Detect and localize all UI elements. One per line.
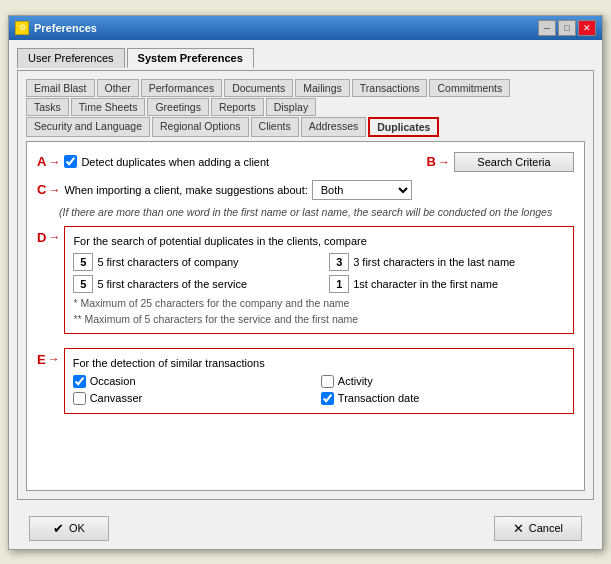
tab-transactions[interactable]: Transactions	[352, 79, 428, 97]
content-area: Email Blast Other Performances Documents…	[17, 70, 594, 500]
transaction-date-text: Transaction date	[338, 392, 420, 404]
cancel-button[interactable]: ✕ Cancel	[494, 516, 582, 541]
tab-commitments[interactable]: Commitments	[429, 79, 510, 97]
detect-duplicates-checkbox[interactable]	[64, 155, 77, 168]
tab-mailings[interactable]: Mailings	[295, 79, 350, 97]
occasion-text: Occasion	[90, 375, 136, 387]
cancel-icon: ✕	[513, 521, 524, 536]
tab-addresses[interactable]: Addresses	[301, 117, 367, 137]
label-e: E →	[37, 352, 60, 367]
tab-system-preferences[interactable]: System Preferences	[127, 48, 254, 68]
window-body: User Preferences System Preferences Emai…	[9, 40, 602, 508]
max-note-2: ** Maximum of 5 characters for the servi…	[73, 313, 565, 325]
num-service[interactable]: 5	[73, 275, 93, 293]
activity-label[interactable]: Activity	[321, 375, 565, 388]
tab-other[interactable]: Other	[97, 79, 139, 97]
tab-display[interactable]: Display	[266, 98, 316, 116]
title-controls: ─ □ ✕	[538, 20, 596, 36]
similar-transactions-title: For the detection of similar transaction…	[73, 357, 565, 369]
compare-grid: 5 5 first characters of company 3 3 firs…	[73, 253, 565, 293]
occasion-label[interactable]: Occasion	[73, 375, 317, 388]
tab-tasks[interactable]: Tasks	[26, 98, 69, 116]
similar-transactions-box: For the detection of similar transaction…	[64, 348, 574, 414]
num-firstname[interactable]: 1	[329, 275, 349, 293]
import-note: (If there are more than one word in the …	[59, 206, 574, 218]
ok-icon: ✔	[53, 521, 64, 536]
sub-tab-row-1: Email Blast Other Performances Documents…	[26, 79, 585, 97]
detect-duplicates-text: Detect duplicates when adding a client	[81, 156, 269, 168]
tab-greetings[interactable]: Greetings	[147, 98, 209, 116]
minimize-button[interactable]: ─	[538, 20, 556, 36]
compare-row-2a: 5 5 first characters of the service	[73, 275, 309, 293]
desc-firstname: 1st character in the first name	[353, 278, 498, 290]
duplicates-tab-content: A → Detect duplicates when adding a clie…	[26, 141, 585, 491]
num-lastname[interactable]: 3	[329, 253, 349, 271]
search-criteria-button[interactable]: Search Criteria	[454, 152, 574, 172]
tab-reports[interactable]: Reports	[211, 98, 264, 116]
tab-security-language[interactable]: Security and Language	[26, 117, 150, 137]
activity-text: Activity	[338, 375, 373, 387]
compare-row-2b: 1 1st character in the first name	[329, 275, 565, 293]
canvasser-label[interactable]: Canvasser	[73, 392, 317, 405]
tab-time-sheets[interactable]: Time Sheets	[71, 98, 146, 116]
compare-row-1b: 3 3 first characters in the last name	[329, 253, 565, 271]
transaction-date-checkbox[interactable]	[321, 392, 334, 405]
import-suggestion-dropdown[interactable]: Both Last Name First Name None	[312, 180, 412, 200]
bottom-bar: ✔ OK ✕ Cancel	[9, 508, 602, 549]
label-c: C →	[37, 182, 60, 197]
main-tab-row: User Preferences System Preferences	[17, 48, 594, 68]
desc-lastname: 3 first characters in the last name	[353, 256, 515, 268]
maximize-button[interactable]: □	[558, 20, 576, 36]
max-note-1: * Maximum of 25 characters for the compa…	[73, 297, 565, 309]
sub-tab-row-2: Tasks Time Sheets Greetings Reports Disp…	[26, 98, 585, 116]
compare-row-1a: 5 5 first characters of company	[73, 253, 309, 271]
import-suggestion-text: When importing a client, make suggestion…	[64, 184, 307, 196]
title-bar-left: ⚙ Preferences	[15, 21, 97, 35]
cancel-label: Cancel	[529, 522, 563, 534]
transaction-checkboxes: Occasion Activity Canvasser	[73, 375, 565, 405]
desc-service: 5 first characters of the service	[97, 278, 247, 290]
window-icon: ⚙	[15, 21, 29, 35]
preferences-window: ⚙ Preferences ─ □ ✕ User Preferences Sys…	[8, 15, 603, 550]
tab-performances[interactable]: Performances	[141, 79, 222, 97]
transaction-date-label[interactable]: Transaction date	[321, 392, 565, 405]
occasion-checkbox[interactable]	[73, 375, 86, 388]
tab-regional-options[interactable]: Regional Options	[152, 117, 249, 137]
desc-company: 5 first characters of company	[97, 256, 238, 268]
ok-label: OK	[69, 522, 85, 534]
tab-user-preferences[interactable]: User Preferences	[17, 48, 125, 68]
window-title: Preferences	[34, 22, 97, 34]
activity-checkbox[interactable]	[321, 375, 334, 388]
ok-button[interactable]: ✔ OK	[29, 516, 109, 541]
tab-clients[interactable]: Clients	[251, 117, 299, 137]
canvasser-text: Canvasser	[90, 392, 143, 404]
label-b: B →	[427, 154, 450, 169]
label-d: D →	[37, 230, 60, 245]
canvasser-checkbox[interactable]	[73, 392, 86, 405]
num-company[interactable]: 5	[73, 253, 93, 271]
tab-email-blast[interactable]: Email Blast	[26, 79, 95, 97]
tab-documents[interactable]: Documents	[224, 79, 293, 97]
close-button[interactable]: ✕	[578, 20, 596, 36]
detect-duplicates-label[interactable]: Detect duplicates when adding a client	[64, 155, 269, 168]
label-a: A →	[37, 154, 60, 169]
section-c-row: C → When importing a client, make sugges…	[37, 180, 574, 200]
duplicates-compare-box: For the search of potential duplicates i…	[64, 226, 574, 334]
sub-tab-row-3: Security and Language Regional Options C…	[26, 117, 585, 137]
compare-title: For the search of potential duplicates i…	[73, 235, 565, 247]
title-bar: ⚙ Preferences ─ □ ✕	[9, 16, 602, 40]
tab-duplicates[interactable]: Duplicates	[368, 117, 439, 137]
